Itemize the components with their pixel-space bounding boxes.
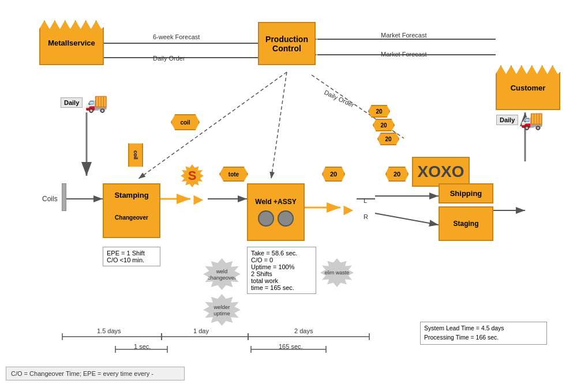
- time-2-days: 2 days: [294, 327, 313, 334]
- svg-line-8: [271, 72, 287, 179]
- left-truck-label: Daily: [61, 97, 83, 108]
- weld-machine-icon: [256, 208, 296, 229]
- weld-label: Weld +ASSY: [248, 195, 304, 208]
- stamping-info: EPE = 1 Shift C/O <10 min.: [103, 247, 160, 266]
- kaizen-weld-changeover: weld changeover: [203, 258, 241, 290]
- right-truck-icon: 🚚: [520, 109, 544, 131]
- coil-stack: [62, 183, 66, 211]
- stamping-label: Stamping: [104, 189, 159, 202]
- coils-label: Coils: [42, 195, 58, 203]
- supermarket-symbol: S: [181, 164, 204, 187]
- weld-assy-process: Weld +ASSY: [247, 183, 305, 241]
- stamping-process: Stamping Changeover: [103, 183, 160, 238]
- push-arrow-2: ►: [340, 201, 357, 219]
- xoxo-box: XOXO: [412, 157, 470, 187]
- changeover-burst: Changeover: [110, 202, 153, 233]
- system-lead-time-box: System Lead Time = 4.5 days Processing T…: [420, 322, 547, 345]
- daily-order-label-right: Daily Order: [323, 89, 355, 108]
- tote-badge: tote: [219, 167, 248, 182]
- right-truck-area: Daily 🚚: [496, 107, 548, 133]
- badge-20-mid: 20: [322, 167, 345, 182]
- metallservice-factory: Metallservice: [39, 20, 104, 65]
- shipping-label-box: Shipping: [439, 183, 493, 203]
- svg-text:R: R: [364, 213, 368, 220]
- market-forecast-bottom: Market Forecast: [381, 51, 426, 58]
- svg-text:L: L: [364, 197, 367, 204]
- time-1-day: 1 day: [193, 327, 209, 334]
- customer-label: Customer: [511, 84, 546, 92]
- legend-box: C/O = Changeover Time; EPE = every time …: [6, 367, 185, 380]
- coil-badge-top: coil: [171, 114, 200, 130]
- production-control-box: Production Control: [258, 22, 316, 65]
- left-truck-icon: 🚚: [85, 92, 108, 114]
- market-forecast-top: Market Forecast: [381, 32, 426, 39]
- left-truck-area: Daily 🚚: [61, 89, 113, 115]
- staging-box: Staging: [439, 206, 493, 241]
- coil-small-left: coil: [128, 138, 143, 172]
- proc-165-sec: 165 sec.: [279, 343, 303, 350]
- svg-line-7: [138, 72, 287, 179]
- daily-order-label-left: Daily Order: [153, 55, 185, 62]
- push-arrow-1: ►: [190, 190, 207, 209]
- forecast-label-left: 6-week Forecast: [153, 33, 200, 40]
- right-truck-label: Daily: [496, 115, 518, 125]
- customer-factory: Customer: [496, 65, 560, 110]
- production-control-label: Production Control: [259, 35, 314, 53]
- badge-20-right: 20: [385, 167, 409, 182]
- proc-1-sec: 1 sec.: [134, 343, 151, 350]
- time-1-5-days: 1.5 days: [97, 327, 121, 334]
- inventory-stacks: 20 20 20: [368, 105, 399, 145]
- kaizen-elim-waste: elim waste: [320, 258, 354, 287]
- metallservice-label: Metallservice: [48, 39, 95, 47]
- kaizen-welder-uptime: welder uptime: [203, 294, 241, 326]
- weld-info: Take = 58.6 sec. C/O = 0 Uptime = 100% 2…: [247, 247, 316, 294]
- svg-line-17: [375, 213, 439, 225]
